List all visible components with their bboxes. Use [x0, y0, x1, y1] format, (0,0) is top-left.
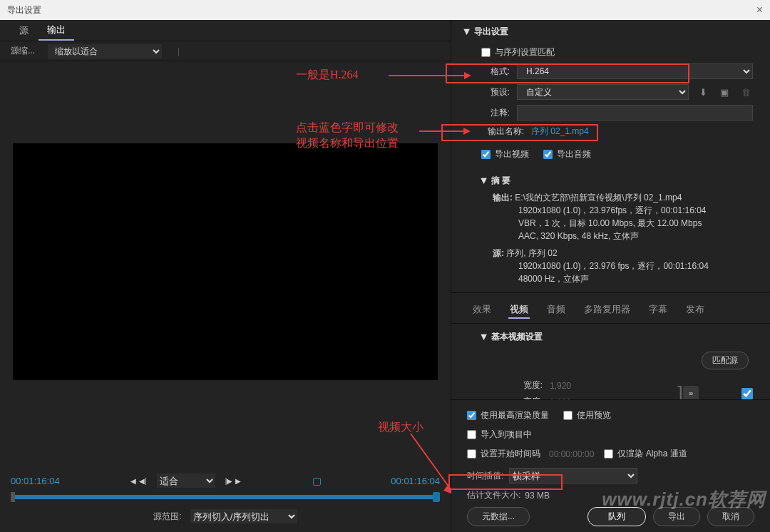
preset-label: 预设: [481, 86, 510, 98]
tab-source[interactable]: 源 [11, 21, 37, 40]
video-settings: ▶ 基本视频设置 匹配源 宽度: 1,920 高度: 1,080 ] [451, 323, 770, 399]
tab-video[interactable]: 视频 [508, 302, 530, 319]
in-timecode[interactable]: 00:01:16:04 [11, 476, 60, 486]
export-settings-panel: ▶ 导出设置 与序列设置匹配 格式: H.264 预设: 自定义 ⬇ ▣ 🗑 注… [451, 20, 770, 532]
match-sequence-label: 与序列设置匹配 [495, 46, 555, 58]
notes-input[interactable] [517, 105, 753, 121]
use-preview-checkbox[interactable] [563, 411, 573, 420]
preview-panel: 源 输出 源缩... 缩放以适合 | 一般是H.264 点击蓝色字即可修改视频名… [0, 20, 451, 532]
summary-output: 输出: E:\我的文艺部\招新宣传视频\序列 02_1.mp4 1920x108… [481, 191, 753, 242]
highlight-box [448, 474, 563, 490]
annotation-outputname: 点击蓝色字即可修改视频名称和导出位置 [296, 120, 399, 151]
alpha-only-checkbox[interactable] [604, 449, 613, 459]
import-project-checkbox[interactable] [467, 430, 476, 439]
scale-select[interactable]: 缩放以适合 [48, 44, 162, 58]
import-preset-icon[interactable]: ▣ [717, 85, 732, 99]
divider: | [178, 46, 180, 56]
match-dimensions-checkbox[interactable] [741, 388, 753, 399]
estsize-value: 93 MB [525, 491, 550, 501]
highlight-box [446, 63, 689, 83]
save-preset-icon[interactable]: ⬇ [696, 85, 710, 99]
highlight-box [441, 124, 598, 141]
step-arrows[interactable]: ◀◀| [129, 476, 148, 486]
metadata-button[interactable]: 元数据... [467, 507, 530, 526]
bracket-icon: ] [677, 379, 683, 399]
tab-audio[interactable]: 音频 [545, 302, 567, 319]
chevron-down-icon: ▶ [463, 29, 471, 35]
export-button[interactable]: 导出 [653, 507, 700, 526]
summary-source: 源: 序列, 序列 02 1920x1080 (1.0)，23.976 fps，… [481, 247, 753, 285]
export-video-checkbox[interactable] [481, 150, 491, 159]
export-settings-header[interactable]: ▶ 导出设置 [451, 20, 770, 44]
tab-output[interactable]: 输出 [38, 21, 74, 41]
start-tc-checkbox[interactable] [467, 449, 476, 459]
tab-caption[interactable]: 字幕 [647, 302, 669, 319]
source-range-select[interactable]: 序列切入/序列切出 [190, 509, 297, 523]
render-options: 使用最高渲染质量 使用预览 导入到项目中 设置开始时间码 00:00:00:00… [451, 399, 770, 532]
match-sequence-checkbox[interactable] [481, 48, 491, 57]
video-preview [13, 143, 438, 380]
export-video-label: 导出视频 [495, 148, 529, 160]
export-audio-checkbox[interactable] [543, 150, 553, 159]
width-label: 宽度: [486, 379, 543, 392]
svg-line-4 [411, 434, 451, 489]
link-icon[interactable]: ⚭ [683, 386, 699, 399]
export-audio-label: 导出音频 [557, 148, 591, 160]
settings-tabs: 效果 视频 音频 多路复用器 字幕 发布 [451, 292, 770, 323]
timeline: 00:01:16:04 ◀◀| 适合 |▶▶ ▢ 00:01:16:04 源范围… [0, 466, 451, 532]
title-bar: 导出设置 × [0, 0, 770, 20]
annotation-format: 一般是H.264 [296, 67, 359, 83]
source-range-label: 源范围: [153, 511, 181, 523]
queue-button[interactable]: 队列 [587, 507, 646, 526]
tab-mux[interactable]: 多路复用器 [582, 302, 632, 319]
window-title: 导出设置 [7, 4, 41, 16]
step-arrows[interactable]: |▶▶ [224, 476, 243, 486]
tab-publish[interactable]: 发布 [684, 302, 706, 319]
preset-select[interactable]: 自定义 [517, 84, 689, 100]
cancel-button[interactable]: 取消 [707, 507, 754, 526]
fit-select[interactable]: 适合 [157, 474, 215, 488]
width-value[interactable]: 1,920 [550, 381, 635, 391]
chevron-down-icon: ▶ [481, 178, 488, 184]
summary-header[interactable]: ▶ 摘 要 [481, 170, 753, 191]
basic-video-header[interactable]: ▶ 基本视频设置 [468, 324, 753, 349]
close-icon[interactable]: × [756, 4, 763, 16]
notes-label: 注释: [481, 107, 510, 119]
max-quality-checkbox[interactable] [467, 411, 476, 420]
source-scale-label: 源缩... [11, 45, 35, 57]
chevron-down-icon: ▶ [481, 334, 488, 340]
tab-effects[interactable]: 效果 [471, 302, 493, 319]
timeline-slider[interactable] [11, 495, 440, 499]
match-source-button[interactable]: 匹配源 [702, 352, 749, 369]
aspect-icon[interactable]: ▢ [312, 475, 322, 486]
source-output-tabs: 源 输出 [0, 20, 451, 41]
delete-preset-icon[interactable]: 🗑 [739, 85, 753, 99]
estsize-label: 估计文件大小: [467, 489, 520, 501]
